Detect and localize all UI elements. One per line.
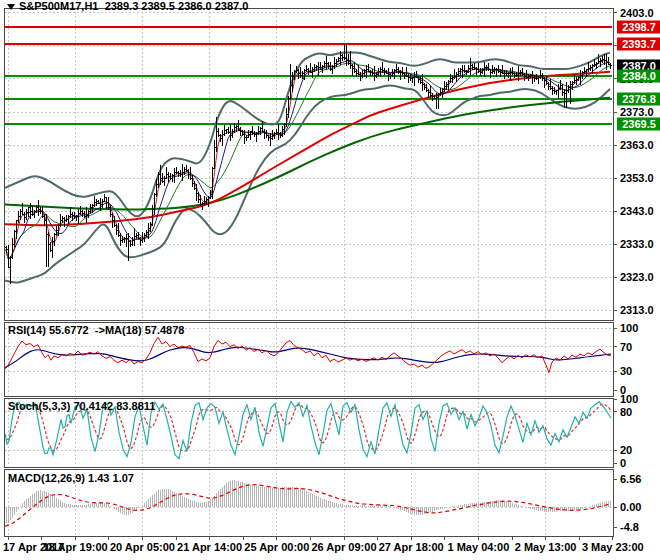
time-axis-label: 27 Apr 18:00 [379,541,444,553]
price-axis-label: 2403.0 [620,7,654,19]
price-tag-2398.7: 2398.7 [617,21,660,34]
price-tag-2369.5: 2369.5 [617,117,660,130]
chart-window: S&P500M17,H1 2389.3 2389.5 2386.0 2387.0… [0,0,660,560]
price-tag-2376.8: 2376.8 [617,93,660,106]
time-axis-label: 2 May 13:00 [515,541,577,553]
price-tag-2384.0: 2384.0 [617,69,660,82]
rsi-axis-label: 70 [620,341,632,353]
rsi-axis-label: 30 [620,365,632,377]
time-axis-label: 26 Apr 09:00 [311,541,376,553]
symbol-period-label: S&P500M17,H1 [19,0,99,12]
time-axis-label: 21 Apr 14:00 [177,541,242,553]
ohlc-values-label: 2389.3 2389.5 2386.0 2387.0 [105,0,249,12]
price-tag-2393.7: 2393.7 [617,37,660,50]
time-axis-label: 1 May 04:00 [448,541,510,553]
stoch-indicator-label: Stoch(5,3,3) 70.4142 83.8811 [8,400,155,412]
stoch-axis-label: 100 [620,393,638,405]
price-axis-label: 2313.0 [620,304,654,316]
rsi-axis-label: 100 [620,322,638,334]
time-axis-label: 20 Apr 05:00 [110,541,175,553]
price-axis-label: 2353.0 [620,172,654,184]
macd-indicator-label: MACD(12,26,9) 1.43 1.07 [8,472,134,484]
price-axis-label: 2343.0 [620,205,654,217]
chart-title: S&P500M17,H1 2389.3 2389.5 2386.0 2387.0 [19,0,248,12]
macd-axis-label: 0.00 [620,501,641,513]
stoch-axis-label: 0 [620,457,626,469]
price-axis-label: 2323.0 [620,271,654,283]
stoch-axis-label: 80 [620,406,632,418]
time-axis-label: 18 Apr 19:00 [43,541,108,553]
time-axis-label: 25 Apr 00:00 [244,541,309,553]
macd-axis-label: 6.56 [620,473,641,485]
stoch-axis-label: 20 [620,444,632,456]
price-chart-panel-frame [4,8,613,320]
price-axis-label: 2333.0 [620,238,654,250]
symbol-dropdown-icon[interactable] [7,4,15,10]
time-axis-label: 3 May 23:00 [582,541,644,553]
macd-axis-label: -4.8 [620,521,639,533]
rsi-indicator-label: RSI(14) 55.6772 ->MA(18) 57.4878 [8,324,184,336]
price-axis-label: 2363.0 [620,139,654,151]
